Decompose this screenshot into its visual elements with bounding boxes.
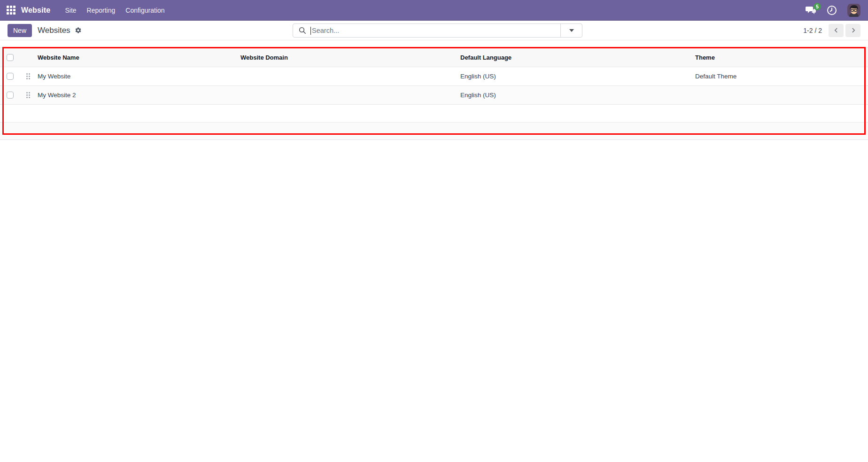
breadcrumb-title: Websites [38,26,70,35]
chevron-right-icon [851,28,856,33]
user-avatar[interactable] [847,4,860,17]
search-dropdown-toggle[interactable] [560,24,582,37]
row-handle-cell [19,92,37,98]
pager: 1-2 / 2 [803,24,860,37]
column-header-website-name[interactable]: Website Name [37,54,240,61]
caret-down-icon [569,29,574,32]
clock-icon [827,5,837,15]
column-header-website-domain[interactable]: Website Domain [240,54,459,61]
drag-handle-icon[interactable] [26,73,30,79]
select-all-checkbox[interactable] [7,54,14,61]
row-checkbox[interactable] [7,92,14,99]
table-row[interactable]: My Website English (US) Default Theme [0,67,868,86]
new-button[interactable]: New [8,24,32,37]
app-name-menu[interactable]: Website [21,6,50,15]
activities-icon[interactable] [827,5,837,15]
table-empty-area [0,105,868,123]
menu-configuration[interactable]: Configuration [120,3,170,17]
odoo-website-app-screen: Website Site Reporting Configuration 5 [0,0,868,462]
control-panel: New Websites Search... 1-2 / 2 [0,21,868,40]
cell-default-language[interactable]: English (US) [459,73,694,80]
row-checkbox-cell [0,92,19,99]
pager-previous-button[interactable] [829,24,844,37]
menu-site[interactable]: Site [60,3,81,17]
search-bar[interactable]: Search... [293,23,582,38]
apps-grid-icon[interactable] [7,6,16,15]
table-header-row: Website Name Website Domain Default Lang… [0,47,868,67]
column-header-theme[interactable]: Theme [694,54,868,61]
menu-reporting[interactable]: Reporting [82,3,121,17]
row-checkbox-cell [0,73,19,80]
websites-table: Website Name Website Domain Default Lang… [0,47,868,140]
column-header-default-language[interactable]: Default Language [459,54,694,61]
cell-website-name[interactable]: My Website [37,73,240,80]
cell-default-language[interactable]: English (US) [459,92,694,99]
gear-icon [75,27,82,34]
row-handle-cell [19,73,37,79]
messages-count-badge: 5 [814,3,821,10]
table-row[interactable]: My Website 2 English (US) [0,86,868,105]
chevron-left-icon [834,28,839,33]
messages-icon[interactable]: 5 [806,6,816,15]
cell-theme[interactable]: Default Theme [694,73,868,80]
topbar-right-icons: 5 [806,4,860,17]
drag-handle-icon[interactable] [26,92,30,98]
top-navbar: Website Site Reporting Configuration 5 [0,0,868,21]
pager-range: 1-2 / 2 [803,27,822,34]
search-icon [299,27,306,34]
list-view: Website Name Website Domain Default Lang… [0,47,868,140]
row-checkbox[interactable] [7,73,14,80]
avatar-image [847,4,860,17]
text-cursor [310,27,311,35]
search-input[interactable]: Search... [312,27,560,34]
pager-next-button[interactable] [845,24,860,37]
actions-gear-button[interactable] [75,27,82,34]
header-checkbox-cell [0,54,19,61]
cell-website-name[interactable]: My Website 2 [37,92,240,99]
table-footer [0,123,868,140]
